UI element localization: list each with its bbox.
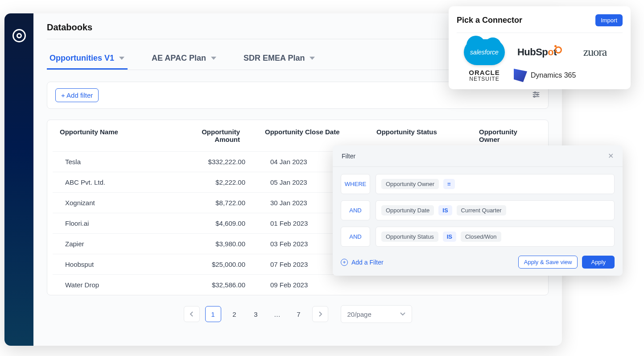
- page-1-button[interactable]: 1: [205, 306, 221, 322]
- page-prev-button[interactable]: [184, 306, 200, 322]
- cell-amount: $32,586.00: [181, 281, 270, 289]
- pagination: 1 2 3 … 7 20/page: [47, 305, 549, 323]
- cell-name: ABC Pvt. Ltd.: [65, 178, 181, 186]
- clause-where[interactable]: WHERE: [341, 174, 370, 194]
- tab-opportunities-v1[interactable]: Opportunities V1: [47, 48, 128, 70]
- apply-save-button[interactable]: Apply & Save view: [518, 256, 578, 269]
- col-header-name: Opportunity Name: [60, 128, 176, 143]
- cell-name: Floori.ai: [65, 219, 181, 227]
- col-header-close-date: Opportunity Close Date: [265, 128, 376, 143]
- tab-ae-apac-plan[interactable]: AE APAC Plan: [149, 48, 219, 70]
- filter-row: AND Opportunity Date IS Current Quarter: [341, 200, 615, 220]
- clause-and[interactable]: AND: [341, 200, 370, 220]
- import-button[interactable]: Import: [595, 14, 623, 26]
- connector-dynamics-365[interactable]: Dynamics 365: [512, 69, 576, 82]
- page-ellipsis: …: [269, 306, 285, 322]
- filter-value-chip[interactable]: Closed/Won: [461, 232, 501, 242]
- filter-value-chip[interactable]: Current Quarter: [457, 205, 506, 215]
- oracle-top-label: ORACLE: [469, 69, 500, 76]
- tab-sdr-emea-plan[interactable]: SDR EMEA Plan: [241, 48, 318, 70]
- filter-expression[interactable]: Opportunity Owner =: [376, 174, 615, 194]
- cell-name: Zapier: [65, 240, 181, 248]
- connector-salesforce[interactable]: salesforce: [464, 39, 505, 65]
- connector-hubspot[interactable]: HubSpot: [517, 46, 562, 58]
- cell-name: Water Drop: [65, 281, 181, 289]
- filter-field-chip[interactable]: Opportunity Owner: [381, 179, 439, 189]
- cell-close-date: 09 Feb 2023: [270, 281, 382, 289]
- svg-point-5: [534, 96, 535, 97]
- add-filter-link[interactable]: + Add a Filter: [341, 259, 384, 266]
- app-logo-icon: [12, 29, 26, 42]
- sidebar: [4, 13, 33, 346]
- chevron-down-icon: [119, 56, 125, 61]
- svg-point-3: [537, 94, 538, 95]
- tab-label: Opportunities V1: [50, 54, 114, 63]
- svg-point-1: [534, 92, 536, 93]
- filter-op-chip[interactable]: IS: [438, 205, 452, 215]
- cell-amount: $25,000.00: [181, 261, 270, 268]
- connector-grid: salesforce HubSpot zuora ORACLE NETSUITE…: [457, 33, 623, 87]
- cell-name: Tesla: [65, 158, 181, 166]
- filter-expression[interactable]: Opportunity Status IS Closed/Won: [376, 227, 615, 247]
- filter-panel-head: Filter ✕: [333, 145, 623, 167]
- filter-field-chip[interactable]: Opportunity Status: [381, 232, 438, 242]
- close-icon[interactable]: ✕: [608, 152, 614, 160]
- chevron-right-icon: [318, 311, 322, 317]
- connector-picker-card: Pick a Connector Import salesforce HubSp…: [449, 6, 631, 89]
- chevron-down-icon: [400, 312, 405, 316]
- connector-zuora[interactable]: zuora: [583, 46, 607, 59]
- filter-panel-body: WHERE Opportunity Owner = AND Opportunit…: [333, 167, 623, 253]
- hubspot-label: HubSpot: [517, 46, 557, 58]
- filter-field-chip[interactable]: Opportunity Date: [381, 205, 434, 215]
- cell-name: Xognizant: [65, 199, 181, 207]
- connector-oracle-netsuite[interactable]: ORACLE NETSUITE: [469, 69, 500, 82]
- col-header-owner: Opportunity Owner: [479, 128, 536, 143]
- dynamics-label: Dynamics 365: [531, 71, 576, 79]
- col-header-amount: Opportunity Amount: [176, 128, 265, 143]
- page-size-select[interactable]: 20/page: [341, 305, 412, 323]
- chevron-left-icon: [190, 311, 194, 317]
- tab-label: SDR EMEA Plan: [244, 54, 305, 63]
- tab-label: AE APAC Plan: [152, 54, 206, 63]
- filter-op-chip[interactable]: =: [443, 179, 455, 189]
- cell-amount: $2,222.00: [181, 178, 270, 186]
- cell-amount: $3,980.00: [181, 240, 270, 248]
- filter-row: AND Opportunity Status IS Closed/Won: [341, 227, 615, 247]
- dynamics-icon: [514, 69, 527, 82]
- add-filter-link-label: Add a Filter: [351, 259, 384, 266]
- cell-amount: $8,722.00: [181, 199, 270, 207]
- clause-and[interactable]: AND: [341, 227, 370, 247]
- filter-footer-buttons: Apply & Save view Apply: [518, 256, 615, 269]
- page-7-button[interactable]: 7: [291, 306, 307, 322]
- cell-name: Hoobsput: [65, 261, 181, 268]
- chevron-down-icon: [211, 56, 217, 61]
- chevron-down-icon: [309, 56, 315, 61]
- apply-button[interactable]: Apply: [582, 256, 615, 269]
- filter-panel-footer: + Add a Filter Apply & Save view Apply: [333, 253, 623, 276]
- connector-picker-head: Pick a Connector Import: [457, 14, 623, 33]
- add-filter-button[interactable]: + Add filter: [55, 88, 99, 102]
- plus-circle-icon: +: [341, 259, 348, 266]
- sliders-icon[interactable]: [532, 91, 540, 100]
- filter-op-chip[interactable]: IS: [443, 232, 456, 242]
- page-2-button[interactable]: 2: [227, 306, 243, 322]
- col-header-status: Opportunity Status: [376, 128, 479, 143]
- cell-amount: $332,222.00: [181, 158, 270, 166]
- connector-picker-title: Pick a Connector: [457, 16, 522, 25]
- page-next-button[interactable]: [312, 306, 328, 322]
- filter-panel: Filter ✕ WHERE Opportunity Owner = AND O…: [333, 145, 623, 276]
- cell-amount: $4,609.00: [181, 219, 270, 227]
- filter-expression[interactable]: Opportunity Date IS Current Quarter: [376, 200, 615, 220]
- filter-panel-title: Filter: [342, 153, 355, 160]
- salesforce-icon: salesforce: [464, 39, 505, 65]
- filter-row: WHERE Opportunity Owner =: [341, 174, 615, 194]
- page-size-label: 20/page: [347, 310, 372, 318]
- hubspot-icon: [555, 46, 562, 54]
- table-row[interactable]: Water Drop $32,586.00 09 Feb 2023: [53, 274, 543, 295]
- oracle-bottom-label: NETSUITE: [469, 76, 500, 82]
- page-3-button[interactable]: 3: [248, 306, 264, 322]
